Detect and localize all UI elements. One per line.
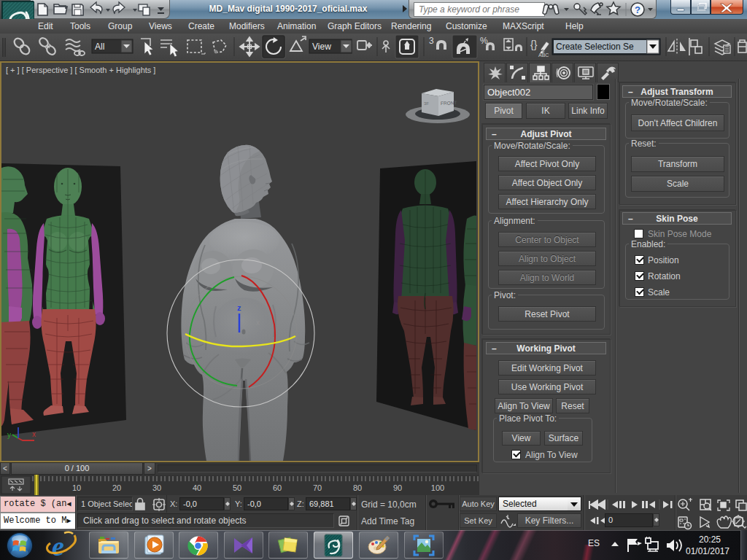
svg-text:x: x [32, 430, 36, 438]
svg-text:10: 10 [72, 483, 81, 492]
svg-text:[ + ] [ Perspective ] [ Smooth: [ + ] [ Perspective ] [ Smooth + Highlig… [6, 66, 155, 74]
svg-text:View: View [312, 42, 331, 52]
svg-text:3: 3 [429, 36, 434, 46]
svg-text:y: y [7, 431, 11, 439]
svg-text:x: x [256, 319, 260, 327]
svg-text:All: All [95, 42, 104, 52]
svg-text:80: 80 [353, 483, 362, 492]
svg-text:60: 60 [273, 483, 282, 492]
svg-text:{}: {} [530, 39, 538, 50]
svg-text:20: 20 [112, 483, 121, 492]
svg-text:FRONT: FRONT [441, 100, 457, 106]
svg-text:z: z [237, 303, 241, 312]
svg-text:40: 40 [193, 483, 201, 492]
svg-text:ABC: ABC [538, 52, 549, 58]
svg-text:50: 50 [233, 483, 241, 492]
svg-text:70: 70 [313, 483, 322, 492]
svg-text:90: 90 [393, 483, 402, 492]
svg-text:Create Selection Se: Create Selection Se [556, 42, 634, 52]
svg-text:?: ? [635, 4, 640, 15]
svg-text:3F: 3F [424, 101, 429, 106]
svg-text:100: 100 [431, 483, 444, 492]
svg-text:e: e [52, 531, 64, 560]
svg-text:30: 30 [152, 483, 161, 492]
